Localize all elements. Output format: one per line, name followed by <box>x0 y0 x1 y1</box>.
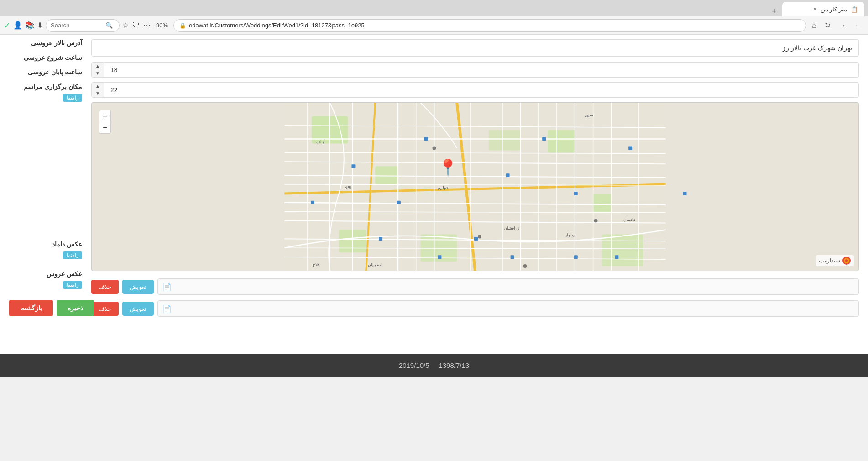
svg-rect-43 <box>574 192 578 195</box>
back-button[interactable]: ← <box>852 20 864 31</box>
venue-rahnama-badge[interactable]: راهنما <box>63 94 82 102</box>
save-button[interactable]: ذخیره <box>57 300 94 316</box>
active-tab[interactable]: 📋 میز کار من × <box>782 2 864 16</box>
tab-favicon: 📋 <box>851 6 858 13</box>
star-icon[interactable]: ☆ <box>122 21 129 30</box>
venue-label: مکان برگزاری مراسم <box>9 83 82 90</box>
shield-icon: 🛡 <box>132 21 140 30</box>
groom-photo-input[interactable]: 📄 <box>157 278 859 295</box>
groom-photo-upload-button[interactable]: تعویض <box>122 280 154 294</box>
bride-photo-input[interactable]: 📄 <box>157 300 859 317</box>
start-hour-spinner[interactable]: ▲ ▼ <box>92 63 104 77</box>
back-button[interactable]: بازگشت <box>9 300 53 316</box>
svg-rect-41 <box>506 173 510 177</box>
lock-icon: 🔒 <box>179 22 186 29</box>
svg-text:صفاریان: صفاریان <box>368 262 383 267</box>
search-box[interactable]: 🔍 <box>46 19 120 32</box>
search-input[interactable] <box>51 22 105 29</box>
footer-date-jalali: 1398/7/13 <box>439 361 469 369</box>
address-input[interactable] <box>91 39 859 57</box>
menu-icon[interactable]: ⋯ <box>143 21 151 30</box>
home-button[interactable]: ⌂ <box>809 20 819 31</box>
map-spacer <box>9 105 82 233</box>
svg-rect-8 <box>489 130 521 151</box>
profile-icon[interactable]: 👤 <box>13 21 22 30</box>
action-buttons: ذخیره بازگشت <box>9 300 82 316</box>
footer-date-gregorian: 2019/10/5 <box>399 361 429 369</box>
bride-photo-label: عکس عروس <box>9 270 82 278</box>
map-zoom-controls: + − <box>99 110 111 134</box>
sync-icon: ✓ <box>4 21 10 31</box>
end-hour-up[interactable]: ▲ <box>92 83 104 90</box>
map-watermark: سیدارمپ <box>816 255 854 266</box>
svg-rect-45 <box>351 164 355 168</box>
svg-text:زرافشان: زرافشان <box>504 226 519 231</box>
svg-text:بولوار: بولوار <box>565 233 575 238</box>
venue-address-label: آدرس تالار عروسی <box>9 39 82 47</box>
svg-rect-3 <box>548 130 575 153</box>
page-footer: 2019/10/5 1398/7/13 <box>0 354 868 377</box>
file-icon-groom: 📄 <box>162 283 172 291</box>
browser-icons: ⋯ 🛡 ☆ <box>122 21 151 30</box>
start-hour-input: 18 ▲ ▼ <box>91 62 859 78</box>
svg-rect-50 <box>379 237 382 241</box>
url-text: edawat.ir/Customers/Weddings/EditWed1/?i… <box>189 22 365 29</box>
groom-rahnama-badge[interactable]: راهنما <box>63 251 82 259</box>
map-pin: 📍 <box>438 158 458 178</box>
start-hour-value: 18 <box>104 63 858 77</box>
svg-text:فلاح: فلاح <box>313 262 319 267</box>
map-zoom-in[interactable]: + <box>99 110 111 122</box>
download-icon[interactable]: ⬇ <box>37 21 43 30</box>
svg-text:سپهر: سپهر <box>584 113 593 118</box>
bookmarks-icon[interactable]: 📚 <box>25 21 34 30</box>
map-container[interactable]: سپهر دادمان بولوار زرافشان خولزم NRI فلا… <box>91 102 859 271</box>
start-hour-down[interactable]: ▼ <box>92 70 104 77</box>
svg-rect-4 <box>593 194 612 212</box>
svg-point-70 <box>845 259 848 262</box>
svg-rect-46 <box>474 237 478 241</box>
groom-photo-delete-button[interactable]: حذف <box>91 280 119 294</box>
svg-point-66 <box>523 264 527 268</box>
sidebar: آدرس تالار عروسی ساعت شروع عروسی ساعت پا… <box>9 39 82 350</box>
svg-rect-53 <box>683 192 687 195</box>
svg-text:NRI: NRI <box>345 185 351 190</box>
file-icon-bride: 📄 <box>162 304 172 313</box>
svg-point-65 <box>478 235 481 238</box>
form-section: 18 ▲ ▼ 22 ▲ ▼ <box>91 39 859 350</box>
svg-rect-44 <box>628 146 632 150</box>
end-hour-input: 22 ▲ ▼ <box>91 82 859 98</box>
svg-rect-40 <box>542 137 546 141</box>
groom-photo-upload-row: حذف تعویض 📄 <box>91 278 859 295</box>
main-content: 18 ▲ ▼ 22 ▲ ▼ <box>0 35 868 354</box>
new-tab-button[interactable]: + <box>768 7 780 16</box>
groom-photo-label: عکس داماد <box>9 241 82 248</box>
address-input-wrap <box>91 39 859 57</box>
svg-rect-47 <box>511 255 514 259</box>
svg-rect-48 <box>615 255 618 259</box>
url-bar[interactable]: 🔒 edawat.ir/Customers/Weddings/EditWed1/… <box>173 19 806 32</box>
end-hour-spinner[interactable]: ▲ ▼ <box>92 83 104 97</box>
search-icon: 🔍 <box>105 22 113 29</box>
svg-text:دادمان: دادمان <box>623 217 635 222</box>
tab-title: میز کار من <box>821 6 847 13</box>
end-time-label: ساعت پایان عروسی <box>9 68 82 76</box>
end-hour-down[interactable]: ▼ <box>92 90 104 97</box>
end-hour-value: 22 <box>104 83 858 97</box>
map-zoom-out[interactable]: − <box>99 122 111 134</box>
start-hour-up[interactable]: ▲ <box>92 63 104 70</box>
bride-photo-upload-button[interactable]: تعویض <box>122 302 154 316</box>
svg-rect-49 <box>311 201 314 204</box>
tab-close-button[interactable]: × <box>813 5 817 13</box>
svg-rect-51 <box>438 255 441 259</box>
svg-rect-42 <box>397 201 401 204</box>
refresh-button[interactable]: ↻ <box>822 19 833 31</box>
bride-photo-delete-button[interactable]: حذف <box>91 302 119 316</box>
svg-point-63 <box>433 146 436 150</box>
forward-button[interactable]: → <box>836 20 849 31</box>
svg-point-64 <box>594 219 598 223</box>
browser-bar: ← → ↻ ⌂ 🔒 edawat.ir/Customers/Weddings/E… <box>0 16 868 35</box>
svg-rect-39 <box>424 137 428 141</box>
svg-rect-7 <box>602 234 643 266</box>
bride-photo-upload-row: حذف تعویض 📄 <box>91 300 859 317</box>
bride-rahnama-badge[interactable]: راهنما <box>63 281 82 289</box>
